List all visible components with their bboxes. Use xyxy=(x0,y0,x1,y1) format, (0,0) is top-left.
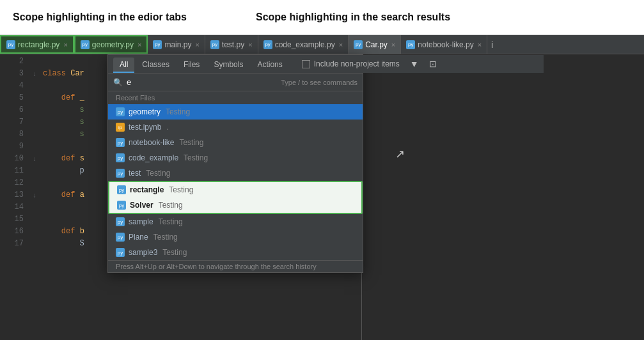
tab-close-code-example[interactable]: × xyxy=(339,41,343,49)
result-icon-code-example: py xyxy=(116,153,125,162)
tab-close-notebook[interactable]: × xyxy=(478,41,482,49)
search-tab-classes[interactable]: Classes xyxy=(136,58,176,73)
search-status: Press Alt+Up or Alt+Down to navigate thr… xyxy=(108,260,363,272)
result-sub-ipynb: . xyxy=(166,123,168,132)
tab-rectangle[interactable]: py rectangle.py × xyxy=(0,35,74,54)
result-sub-geometry: Testing xyxy=(166,107,190,116)
right-panel: Include non-project items ▼ ⊡ xyxy=(294,55,544,73)
search-tabs: All Classes Files Symbols Actions xyxy=(108,55,294,73)
result-sample3[interactable]: py sample3 Testing xyxy=(108,245,363,260)
tab-close-main[interactable]: × xyxy=(195,41,199,49)
result-sample[interactable]: py sample Testing xyxy=(108,214,363,229)
result-plane[interactable]: py Plane Testing xyxy=(108,229,363,245)
result-match-code-example: code_example xyxy=(129,153,178,162)
result-icon-rectangle: py xyxy=(117,185,126,194)
search-hint: Type / to see commands xyxy=(281,79,357,86)
result-icon-test: py xyxy=(116,169,125,178)
search-input[interactable] xyxy=(127,77,277,87)
result-match-geometry: geometry xyxy=(129,107,161,116)
gutter: ↓ ↓ ↓ xyxy=(29,54,40,340)
result-sub-sample: Testing xyxy=(159,217,183,226)
tab-icon-test: py xyxy=(210,40,219,49)
search-results: py geometry Testing ip test.ipynb . py n… xyxy=(108,104,363,260)
search-tab-all[interactable]: All xyxy=(113,58,134,73)
filter-icon[interactable]: ▼ xyxy=(410,59,419,69)
result-icon-ipynb: ip xyxy=(116,123,125,132)
tab-icon-main: py xyxy=(153,40,162,49)
search-input-row: 🔍 Type / to see commands xyxy=(108,73,363,91)
result-icon-sample3: py xyxy=(116,248,125,257)
result-match-notebook: notebook-like xyxy=(129,138,174,147)
tab-icon-rectangle: py xyxy=(6,40,15,49)
result-sub-solver: Testing xyxy=(159,201,183,210)
result-icon-plane: py xyxy=(116,233,125,242)
tab-car[interactable]: py Car.py × xyxy=(349,35,401,54)
tab-icon-car: py xyxy=(354,40,363,49)
tab-icon-geometry: py xyxy=(81,40,90,49)
search-tab-actions[interactable]: Actions xyxy=(251,58,288,73)
result-test[interactable]: py test Testing xyxy=(108,166,363,181)
result-rectangle[interactable]: py rectangle Testing xyxy=(109,182,361,197)
tab-main[interactable]: py main.py × xyxy=(148,35,205,54)
result-match-ipynb: test.ipynb xyxy=(129,123,161,132)
include-non-project-text: Include non-project items xyxy=(314,59,400,68)
green-box-section: py rectangle Testing py Solver Testing xyxy=(108,181,363,214)
tab-label-geometry: geometry.py xyxy=(92,40,134,49)
line-numbers: 2 3 4 5 6 7 8 9 10 11 12 13 14 15 16 17 xyxy=(0,54,29,340)
tab-close-test[interactable]: × xyxy=(248,41,252,49)
tab-close-rectangle[interactable]: × xyxy=(63,41,67,49)
result-sub-code-example: Testing xyxy=(184,153,208,162)
result-match-sample3: sample3 xyxy=(129,248,157,257)
tab-icon-notebook: py xyxy=(406,40,415,49)
editor-area: 2 3 4 5 6 7 8 9 10 11 12 13 14 15 16 17 … xyxy=(0,54,644,340)
tab-notebook[interactable]: py notebook-like.py × xyxy=(401,35,487,54)
tab-label-car: Car.py xyxy=(365,40,388,49)
result-icon-sample: py xyxy=(116,217,125,226)
result-geometry[interactable]: py geometry Testing xyxy=(108,104,363,120)
tab-close-car[interactable]: × xyxy=(391,41,395,49)
tab-label-test: test.py xyxy=(222,40,244,49)
result-test-ipynb[interactable]: ip test.ipynb . xyxy=(108,120,363,135)
search-tab-symbols[interactable]: Symbols xyxy=(207,58,249,73)
result-icon-solver: py xyxy=(117,201,126,210)
include-non-project-label[interactable]: Include non-project items xyxy=(302,59,400,68)
tab-label-notebook: notebook-like.py xyxy=(418,40,473,49)
result-match-sample: sample xyxy=(129,217,153,226)
tab-code-example[interactable]: py code_example.py × xyxy=(258,35,349,54)
search-popup: All Classes Files Symbols Actions Includ… xyxy=(107,54,363,273)
result-match-rectangle: rectangle xyxy=(130,185,164,194)
result-sub-rectangle: Testing xyxy=(169,185,193,194)
result-match-test: test xyxy=(129,169,141,178)
result-match-solver: Solver xyxy=(130,201,153,210)
result-notebook[interactable]: py notebook-like Testing xyxy=(108,135,363,150)
search-icon: 🔍 xyxy=(113,78,123,87)
result-match-plane: Plane xyxy=(129,233,148,242)
annotation-area: Scope highlighting in the edior tabs Sco… xyxy=(0,0,644,35)
result-sub-test: Testing xyxy=(146,169,170,178)
tab-label-rectangle: rectangle.py xyxy=(18,40,59,49)
tab-geometry[interactable]: py geometry.py × xyxy=(74,35,148,54)
result-sub-sample3: Testing xyxy=(162,248,187,257)
tab-label-code-example: code_example.py xyxy=(275,40,335,49)
layout-icon[interactable]: ⊡ xyxy=(429,59,437,69)
tab-label-main: main.py xyxy=(164,40,191,49)
tab-test[interactable]: py test.py × xyxy=(205,35,258,54)
annotation-left: Scope highlighting in the edior tabs xyxy=(13,12,256,23)
tab-close-geometry[interactable]: × xyxy=(137,41,141,49)
tab-more[interactable]: i xyxy=(487,35,497,54)
result-sub-notebook: Testing xyxy=(179,138,203,147)
search-tab-files[interactable]: Files xyxy=(177,58,206,73)
section-header: Recent Files xyxy=(108,91,363,104)
result-code-example[interactable]: py code_example Testing xyxy=(108,150,363,166)
include-non-project-checkbox[interactable] xyxy=(302,60,310,68)
result-icon-notebook: py xyxy=(116,138,125,147)
annotation-right: Scope highlighting in the search results xyxy=(256,12,450,23)
result-icon-geometry: py xyxy=(116,107,125,116)
result-sub-plane: Testing xyxy=(153,233,178,242)
result-solver[interactable]: py Solver Testing xyxy=(109,197,361,213)
tab-bar: py rectangle.py × py geometry.py × py ma… xyxy=(0,35,644,54)
tab-icon-code-example: py xyxy=(263,40,272,49)
